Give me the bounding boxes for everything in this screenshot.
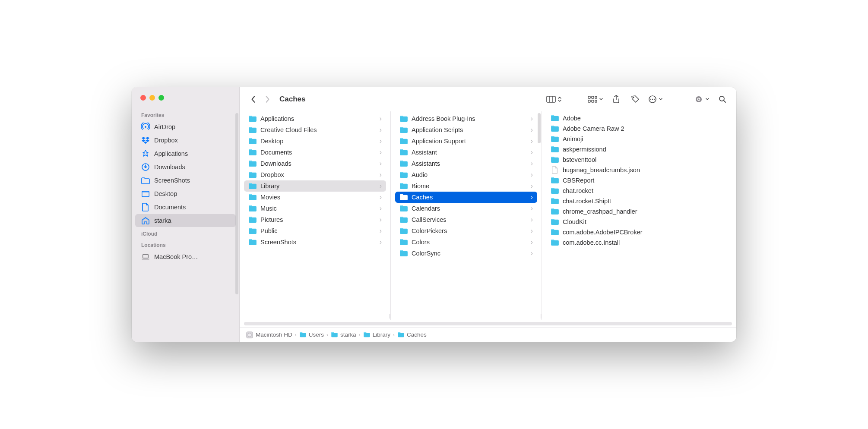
- row-label: chat.rocket.ShipIt: [563, 198, 611, 205]
- sidebar-scrollbar[interactable]: [235, 113, 238, 294]
- sidebar-item[interactable]: Applications: [135, 147, 236, 160]
- row-label: Music: [260, 205, 277, 212]
- column-row[interactable]: Pictures›: [244, 214, 386, 225]
- sidebar-item-label: AirDrop: [154, 123, 175, 130]
- column-row[interactable]: chat.rocket: [546, 186, 689, 196]
- column-row[interactable]: Assistant›: [395, 147, 537, 158]
- folder-icon: [551, 208, 559, 215]
- column-row[interactable]: Library›: [244, 180, 386, 192]
- sidebar-item-label: MacBook Pro…: [154, 253, 198, 260]
- column-row[interactable]: Biome›: [395, 180, 537, 192]
- path-segment[interactable]: Users: [299, 331, 324, 338]
- svg-point-21: [698, 98, 700, 100]
- folder-icon: [248, 183, 257, 189]
- column-row[interactable]: Music›: [244, 203, 386, 214]
- preview-button[interactable]: [694, 93, 710, 105]
- svg-line-23: [724, 101, 725, 102]
- column-row[interactable]: Colors›: [395, 237, 537, 248]
- path-segment[interactable]: Macintosh HD: [246, 331, 292, 339]
- sidebar-item[interactable]: MacBook Pro…: [135, 250, 236, 263]
- folder-icon: [399, 205, 408, 212]
- column-row[interactable]: ColorSync›: [395, 248, 537, 259]
- horizontal-scrollbar[interactable]: [240, 320, 736, 327]
- column-row[interactable]: Caches›: [395, 192, 537, 203]
- sidebar-item[interactable]: starka: [135, 214, 236, 227]
- folder-icon: [248, 160, 257, 167]
- column-row[interactable]: Downloads›: [244, 158, 386, 169]
- path-segment[interactable]: Library: [363, 331, 390, 338]
- chevron-right-icon: ›: [380, 115, 382, 123]
- column-row[interactable]: Calendars›: [395, 203, 537, 214]
- chevron-right-icon: ›: [531, 137, 533, 145]
- forward-button[interactable]: [261, 93, 273, 105]
- svg-rect-9: [592, 96, 594, 98]
- column-row[interactable]: Dropbox›: [244, 169, 386, 180]
- column-row[interactable]: Application Scripts›: [395, 124, 537, 136]
- view-columns-button[interactable]: [546, 93, 562, 105]
- column-row[interactable]: Animoji: [546, 134, 689, 144]
- path-segment[interactable]: starka: [331, 331, 356, 338]
- column-row[interactable]: ScreenShots›: [244, 237, 386, 248]
- column-row[interactable]: Adobe: [546, 113, 689, 123]
- column-row[interactable]: com.adobe.cc.Install: [546, 237, 689, 248]
- dropbox-icon: [141, 136, 150, 145]
- airdrop-icon: [141, 123, 150, 131]
- sidebar-item[interactable]: Dropbox: [135, 134, 236, 147]
- column-row[interactable]: Applications›: [244, 113, 386, 124]
- sidebar-item[interactable]: AirDrop: [135, 120, 236, 133]
- folder-icon: [248, 149, 257, 156]
- column-row[interactable]: Assistants›: [395, 158, 537, 169]
- column-row[interactable]: CloudKit: [546, 217, 689, 227]
- path-segment[interactable]: Caches: [397, 331, 427, 338]
- column-row[interactable]: bsteventtool: [546, 155, 689, 165]
- column-row[interactable]: chat.rocket.ShipIt: [546, 196, 689, 206]
- column-row[interactable]: Movies›: [244, 192, 386, 203]
- close-button[interactable]: [140, 95, 146, 101]
- folder-icon: [551, 229, 559, 236]
- svg-rect-11: [588, 100, 590, 102]
- row-label: Desktop: [260, 138, 283, 145]
- folder-icon: [248, 205, 257, 212]
- group-button[interactable]: [588, 93, 603, 105]
- back-button[interactable]: [247, 93, 260, 105]
- column-row[interactable]: Creative Cloud Files›: [244, 124, 386, 136]
- row-label: Documents: [260, 149, 292, 156]
- column-row[interactable]: askpermissiond: [546, 144, 689, 155]
- search-button[interactable]: [716, 93, 729, 105]
- column-row[interactable]: bugsnag_breadcrumbs.json: [546, 165, 689, 175]
- column-row[interactable]: com.adobe.AdobeIPCBroker: [546, 227, 689, 237]
- column-row[interactable]: Address Book Plug-Ins›: [395, 113, 537, 124]
- folder-icon: [399, 239, 408, 246]
- tags-button[interactable]: [629, 93, 641, 105]
- folder-icon: [331, 332, 338, 338]
- column-row[interactable]: chrome_crashpad_handler: [546, 206, 689, 217]
- action-button[interactable]: [648, 93, 663, 105]
- sidebar-item[interactable]: ScreenShots: [135, 174, 236, 187]
- row-label: Adobe: [563, 115, 581, 122]
- column-row[interactable]: ColorPickers›: [395, 225, 537, 237]
- zoom-button[interactable]: [158, 95, 164, 101]
- share-button[interactable]: [610, 93, 622, 105]
- row-label: CBSReport: [563, 177, 594, 184]
- column-row[interactable]: Desktop›: [244, 136, 386, 147]
- sidebar-item[interactable]: Downloads: [135, 161, 236, 173]
- column-row[interactable]: CBSReport: [546, 175, 689, 186]
- column-row[interactable]: Application Support›: [395, 136, 537, 147]
- row-label: Creative Cloud Files: [260, 126, 317, 133]
- column-resize-handle[interactable]: ‖: [389, 314, 390, 319]
- column-row[interactable]: Audio›: [395, 169, 537, 180]
- column-row[interactable]: Adobe Camera Raw 2: [546, 123, 689, 134]
- column-row[interactable]: CallServices›: [395, 214, 537, 225]
- sidebar-item[interactable]: Desktop: [135, 187, 236, 200]
- column-resize-handle[interactable]: ‖: [540, 314, 542, 319]
- minimize-button[interactable]: [149, 95, 155, 101]
- column-scrollbar[interactable]: [538, 113, 541, 143]
- chevron-right-icon: ›: [531, 126, 533, 134]
- chevron-right-icon: ›: [380, 137, 382, 145]
- chevron-right-icon: ›: [393, 332, 395, 338]
- column-row[interactable]: Documents›: [244, 147, 386, 158]
- sidebar-item-label: Documents: [154, 204, 186, 211]
- sidebar-item[interactable]: Documents: [135, 201, 236, 214]
- folder-icon: [399, 171, 408, 178]
- column-row[interactable]: Public›: [244, 225, 386, 237]
